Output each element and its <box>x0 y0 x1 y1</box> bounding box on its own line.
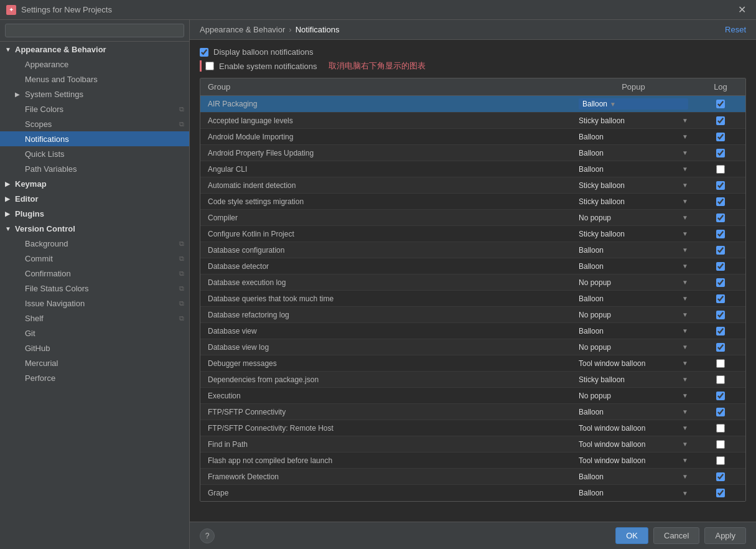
popup-cell[interactable]: Sticky balloon ▼ <box>571 226 696 242</box>
log-cell[interactable] <box>696 145 745 161</box>
popup-cell[interactable]: Sticky balloon ▼ <box>571 113 696 128</box>
table-row[interactable]: Flash app not compiled before launch Too… <box>200 453 745 469</box>
popup-dropdown[interactable]: Balloon ▼ <box>579 489 688 497</box>
popup-dropdown[interactable]: Balloon ▼ <box>579 149 688 157</box>
table-row[interactable]: Database view Balloon ▼ <box>200 323 745 339</box>
popup-dropdown[interactable]: Sticky balloon ▼ <box>579 181 688 190</box>
sidebar-item-appearance[interactable]: Appearance <box>0 57 189 72</box>
log-checkbox[interactable] <box>716 424 725 433</box>
sidebar-item-scopes[interactable]: Scopes⧉ <box>0 116 189 131</box>
log-checkbox[interactable] <box>716 100 725 108</box>
log-checkbox[interactable] <box>716 149 725 157</box>
popup-dropdown[interactable]: No popup ▼ <box>579 392 688 400</box>
popup-cell[interactable]: Sticky balloon ▼ <box>571 372 696 387</box>
table-row[interactable]: Debugger messages Tool window balloon ▼ <box>200 355 745 372</box>
popup-cell[interactable]: Balloon ▼ <box>571 323 696 339</box>
popup-cell[interactable]: No popup ▼ <box>571 388 696 403</box>
sidebar-item-notifications[interactable]: Notifications <box>0 131 189 146</box>
table-row[interactable]: Framework Detection Balloon ▼ <box>200 469 745 485</box>
table-row[interactable]: Code style settings migration Sticky bal… <box>200 194 745 210</box>
log-cell[interactable] <box>696 258 745 274</box>
popup-dropdown[interactable]: Tool window balloon ▼ <box>579 440 688 449</box>
log-cell[interactable] <box>696 177 745 193</box>
table-row[interactable]: Angular CLI Balloon ▼ <box>200 161 745 177</box>
popup-cell[interactable]: Balloon ▼ <box>571 258 696 274</box>
popup-dropdown[interactable]: No popup ▼ <box>579 214 688 222</box>
log-cell[interactable] <box>696 436 745 452</box>
log-cell[interactable] <box>696 161 745 177</box>
log-cell[interactable] <box>696 323 745 339</box>
log-cell[interactable] <box>696 274 745 290</box>
popup-cell[interactable]: Sticky balloon ▼ <box>571 194 696 209</box>
log-checkbox[interactable] <box>716 278 725 287</box>
log-checkbox[interactable] <box>716 472 725 481</box>
popup-cell[interactable]: Balloon ▼ <box>571 485 696 501</box>
table-row[interactable]: Android Property Files Updating Balloon … <box>200 145 745 161</box>
popup-cell[interactable]: Balloon ▼ <box>571 129 696 144</box>
popup-dropdown[interactable]: Balloon ▼ <box>579 408 688 416</box>
log-cell[interactable] <box>696 210 745 225</box>
sidebar-item-perforce[interactable]: Perforce <box>0 370 189 385</box>
popup-dropdown[interactable]: No popup ▼ <box>579 278 688 287</box>
popup-cell[interactable]: Tool window balloon ▼ <box>571 420 696 436</box>
popup-dropdown[interactable]: Sticky balloon ▼ <box>579 116 688 125</box>
table-row[interactable]: Database view log No popup ▼ <box>200 339 745 355</box>
popup-cell[interactable]: No popup ▼ <box>571 339 696 355</box>
popup-cell[interactable]: No popup ▼ <box>571 274 696 290</box>
log-checkbox[interactable] <box>716 230 725 238</box>
log-checkbox[interactable] <box>716 408 725 416</box>
sidebar-item-file-status-colors[interactable]: File Status Colors⧉ <box>0 281 189 296</box>
log-checkbox[interactable] <box>716 262 725 271</box>
log-cell[interactable] <box>696 226 745 242</box>
log-checkbox[interactable] <box>716 359 725 368</box>
sidebar-item-commit[interactable]: Commit⧉ <box>0 251 189 266</box>
table-row[interactable]: Grape Balloon ▼ <box>200 485 745 501</box>
log-cell[interactable] <box>696 355 745 371</box>
popup-dropdown[interactable]: Tool window balloon ▼ <box>579 424 688 433</box>
log-cell[interactable] <box>696 96 745 112</box>
search-input[interactable] <box>5 24 184 37</box>
log-checkbox[interactable] <box>716 165 725 174</box>
log-cell[interactable] <box>696 242 745 258</box>
log-checkbox[interactable] <box>716 311 725 319</box>
log-checkbox[interactable] <box>716 214 725 222</box>
table-row[interactable]: Database execution log No popup ▼ <box>200 274 745 291</box>
log-checkbox[interactable] <box>716 133 725 141</box>
popup-dropdown[interactable]: Sticky balloon ▼ <box>579 230 688 238</box>
popup-cell[interactable]: Balloon ▼ <box>571 145 696 161</box>
log-checkbox[interactable] <box>716 375 725 384</box>
cancel-button[interactable]: Cancel <box>653 527 699 544</box>
sidebar-item-git[interactable]: Git <box>0 326 189 340</box>
table-row[interactable]: Accepted language levels Sticky balloon … <box>200 113 745 129</box>
popup-dropdown[interactable]: Balloon ▼ <box>579 165 688 174</box>
reset-button[interactable]: Reset <box>725 25 746 34</box>
table-row[interactable]: Database queries that took much time Bal… <box>200 291 745 307</box>
log-checkbox[interactable] <box>716 392 725 400</box>
popup-dropdown[interactable]: Tool window balloon ▼ <box>579 456 688 465</box>
sidebar-item-system-settings[interactable]: ▶System Settings <box>0 87 189 101</box>
table-row[interactable]: Configure Kotlin in Project Sticky ballo… <box>200 226 745 242</box>
ok-button[interactable]: OK <box>615 527 648 544</box>
sidebar-item-background[interactable]: Background⧉ <box>0 236 189 251</box>
popup-dropdown[interactable]: Tool window balloon ▼ <box>579 359 688 368</box>
table-row[interactable]: Database configuration Balloon ▼ <box>200 242 745 258</box>
popup-cell[interactable]: Balloon ▼ <box>571 469 696 484</box>
log-cell[interactable] <box>696 388 745 403</box>
log-cell[interactable] <box>696 129 745 144</box>
popup-dropdown[interactable]: No popup ▼ <box>579 343 688 352</box>
popup-cell[interactable]: No popup ▼ <box>571 210 696 225</box>
popup-dropdown[interactable]: Sticky balloon ▼ <box>579 197 688 206</box>
sidebar-item-editor[interactable]: ▶Editor <box>0 191 189 206</box>
sidebar-item-version-control[interactable]: ▼Version Control <box>0 221 189 236</box>
popup-dropdown[interactable]: No popup ▼ <box>579 311 688 319</box>
log-cell[interactable] <box>696 194 745 209</box>
table-row[interactable]: Execution No popup ▼ <box>200 388 745 404</box>
log-checkbox[interactable] <box>716 197 725 206</box>
sidebar-item-path-variables[interactable]: Path Variables <box>0 161 189 176</box>
popup-selected-value[interactable]: Balloon ▼ <box>579 98 688 110</box>
table-row[interactable]: Database detector Balloon ▼ <box>200 258 745 274</box>
sidebar-item-keymap[interactable]: ▶Keymap <box>0 176 189 191</box>
log-cell[interactable] <box>696 113 745 128</box>
log-checkbox[interactable] <box>716 246 725 255</box>
sidebar-item-github[interactable]: GitHub <box>0 340 189 355</box>
